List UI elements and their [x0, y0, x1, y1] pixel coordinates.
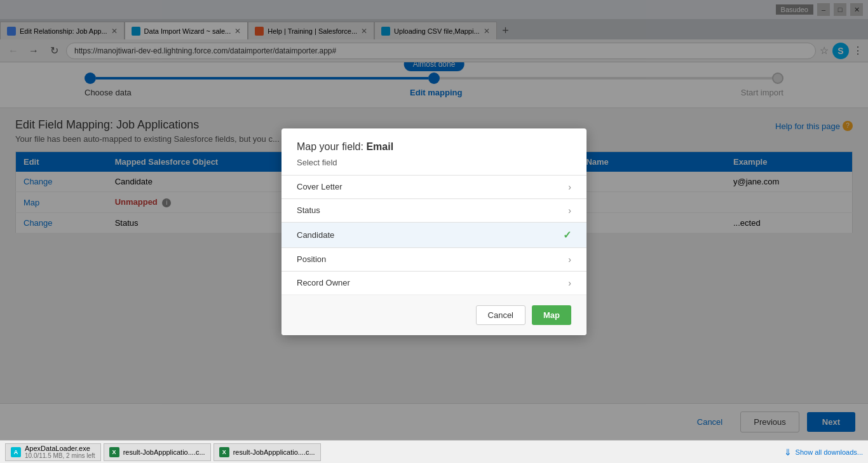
download-icon: ⇓ — [784, 447, 792, 457]
modal-overlay: Map your field: Email Select field Cover… — [0, 62, 868, 417]
modal-field-name: Email — [366, 141, 393, 152]
chevron-right-icon — [568, 278, 571, 288]
apex-sub: 10.0/11.5 MB, 2 mins left — [25, 452, 95, 459]
result1-label: result-JobAppplicatio....c... — [123, 448, 205, 456]
result2-label: result-JobAppplicatio....c... — [233, 448, 315, 456]
modal-header: Map your field: Email Select field — [281, 128, 587, 175]
modal-footer: Cancel Map — [281, 294, 587, 335]
taskbar-item-result2[interactable]: X result-JobAppplicatio....c... — [214, 443, 321, 461]
field-option-label: Position — [297, 254, 326, 264]
modal-subtitle: Select field — [297, 158, 571, 167]
field-option-candidate[interactable]: Candidate ✓ — [281, 222, 587, 247]
modal-body: Cover Letter Status Candidate ✓ Position… — [281, 175, 587, 294]
apex-info: ApexDataLoader.exe 10.0/11.5 MB, 2 mins … — [25, 445, 95, 459]
modal-dialog: Map your field: Email Select field Cover… — [281, 128, 587, 335]
field-option-record-owner[interactable]: Record Owner — [281, 271, 587, 294]
field-option-label: Status — [297, 205, 320, 215]
taskbar-item-result1[interactable]: X result-JobAppplicatio....c... — [104, 443, 211, 461]
apex-label: ApexDataLoader.exe — [25, 445, 95, 452]
field-option-position[interactable]: Position — [281, 247, 587, 271]
field-option-status[interactable]: Status — [281, 198, 587, 222]
cancel-button[interactable]: Cancel — [476, 305, 526, 325]
taskbar: A ApexDataLoader.exe 10.0/11.5 MB, 2 min… — [0, 440, 868, 463]
map-button[interactable]: Map — [532, 305, 571, 325]
download-link[interactable]: Show all downloads... — [796, 448, 863, 456]
chevron-right-icon — [568, 205, 571, 216]
modal-title: Map your field: Email — [297, 141, 571, 153]
excel-icon-2: X — [219, 447, 229, 457]
apex-icon: A — [11, 447, 21, 457]
field-option-label: Cover Letter — [297, 182, 342, 191]
chevron-right-icon — [568, 182, 571, 192]
excel-icon-1: X — [109, 447, 119, 457]
field-option-cover-letter[interactable]: Cover Letter — [281, 175, 587, 198]
field-option-label: Candidate — [297, 230, 334, 240]
check-icon: ✓ — [563, 229, 571, 241]
download-bar[interactable]: ⇓ Show all downloads... — [784, 447, 863, 457]
chevron-right-icon — [568, 254, 571, 265]
field-option-label: Record Owner — [297, 278, 350, 287]
taskbar-item-apex[interactable]: A ApexDataLoader.exe 10.0/11.5 MB, 2 min… — [5, 443, 101, 461]
